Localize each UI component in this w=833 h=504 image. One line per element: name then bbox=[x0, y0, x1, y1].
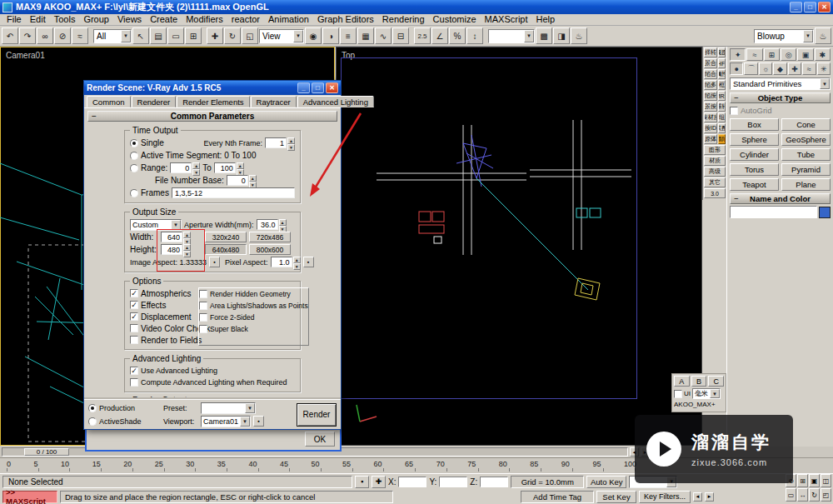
tab-display-icon[interactable]: ▣ bbox=[797, 48, 813, 61]
dialog-close-button[interactable]: ✕ bbox=[326, 82, 338, 93]
maximize-viewport-icon[interactable]: ◰ bbox=[821, 488, 831, 502]
key-filters-button[interactable]: Key Filters... bbox=[639, 491, 691, 503]
script-button[interactable]: 维转 bbox=[718, 102, 726, 112]
ui-checkbox[interactable] bbox=[674, 390, 682, 398]
window-crossing-icon[interactable]: ⊞ bbox=[185, 27, 202, 44]
spin-up-icon[interactable]: ▲ bbox=[279, 219, 287, 226]
selection-lock-icon[interactable]: ▪ bbox=[355, 476, 369, 488]
script-button[interactable]: 高级 bbox=[704, 167, 726, 177]
tab-create-icon[interactable]: ✦ bbox=[730, 48, 746, 61]
range-to-spinner[interactable]: 100▲▼ bbox=[214, 162, 244, 173]
object-name-field[interactable] bbox=[730, 206, 817, 218]
x-coordinate-field[interactable] bbox=[398, 477, 426, 487]
tab-advanced-lighting[interactable]: Advanced Lighting bbox=[297, 96, 374, 107]
spin-up-icon[interactable]: ▲ bbox=[183, 244, 191, 251]
menu-views[interactable]: Views bbox=[113, 14, 146, 25]
every-nth-spinner[interactable]: 1▲▼ bbox=[265, 137, 295, 148]
primitive-torus-button[interactable]: Torus bbox=[730, 163, 779, 176]
production-radio[interactable] bbox=[88, 404, 97, 412]
aperture-value[interactable]: 36.0 bbox=[257, 219, 278, 230]
script-button[interactable]: 组 bbox=[718, 112, 726, 122]
angle-snap-icon[interactable]: ∠ bbox=[431, 27, 448, 44]
spin-up-icon[interactable]: ▲ bbox=[183, 232, 191, 238]
pixel-aspect-spinner[interactable]: 1.0▲▼ bbox=[271, 257, 301, 267]
script-button[interactable]: 场景按组 bbox=[704, 102, 717, 112]
script-button[interactable]: 图形 bbox=[704, 145, 726, 155]
primitive-geosphere-button[interactable]: GeoSphere bbox=[781, 133, 831, 146]
menu-modifiers[interactable]: Modifiers bbox=[182, 14, 227, 25]
chevron-down-icon[interactable]: ▼ bbox=[803, 30, 813, 42]
named-selections-icon[interactable]: ▩ bbox=[536, 27, 552, 44]
spin-up-icon[interactable]: ▲ bbox=[237, 162, 244, 169]
spin-up-icon[interactable]: ▲ bbox=[192, 162, 200, 169]
res-800x600-button[interactable]: 800x600 bbox=[249, 244, 291, 255]
range-radio[interactable] bbox=[130, 164, 138, 172]
primitive-box-button[interactable]: Box bbox=[730, 118, 779, 131]
material-editor-icon[interactable]: ◨ bbox=[553, 27, 570, 44]
zoom-extents-icon[interactable]: ▣ bbox=[809, 474, 820, 487]
menu-graph-editors[interactable]: Graph Editors bbox=[313, 14, 378, 25]
primitive-plane-button[interactable]: Plane bbox=[781, 178, 831, 191]
res-720x486-button[interactable]: 720x486 bbox=[249, 232, 291, 242]
units-dropdown[interactable]: 毫米▼ bbox=[692, 388, 721, 399]
set-key-button[interactable]: Set Key bbox=[596, 491, 636, 503]
force-2-sided-checkbox[interactable] bbox=[199, 313, 207, 322]
res-640x480-button[interactable]: 640x480 bbox=[205, 244, 247, 255]
video-color-check-checkbox[interactable] bbox=[130, 324, 138, 332]
chevron-down-icon[interactable]: ▼ bbox=[121, 30, 131, 42]
script-button-active[interactable]: 塌陷 bbox=[718, 134, 726, 144]
script-button[interactable]: 塌陷合并 bbox=[704, 69, 717, 79]
primitive-sphere-button[interactable]: Sphere bbox=[730, 133, 779, 146]
spin-up-icon[interactable]: ▲ bbox=[293, 257, 301, 263]
pixel-aspect-value[interactable]: 1.0 bbox=[271, 257, 292, 267]
tab-renderer[interactable]: Renderer bbox=[132, 96, 177, 107]
render-region-rectangle[interactable] bbox=[341, 57, 637, 399]
snaps-toggle-icon[interactable]: 2.5 bbox=[414, 27, 431, 44]
spin-up-icon[interactable]: ▲ bbox=[249, 175, 257, 182]
spin-down-icon[interactable]: ▼ bbox=[192, 169, 200, 176]
script-button[interactable]: 场景合并 bbox=[704, 58, 717, 68]
close-button[interactable]: ✕ bbox=[818, 2, 831, 12]
activeshade-radio[interactable] bbox=[88, 417, 97, 426]
selection-region-icon[interactable]: ▭ bbox=[167, 27, 184, 44]
menu-reactor[interactable]: reactor bbox=[227, 14, 264, 25]
category-spacewarps-icon[interactable]: ≈ bbox=[802, 62, 816, 75]
dialog-titlebar[interactable]: Render Scene: V-Ray Adv 1.5 RC5 _ □ ✕ bbox=[84, 81, 341, 95]
select-and-link-icon[interactable]: ∞ bbox=[37, 27, 53, 44]
maxscript-listener[interactable]: >> MAXScript bbox=[2, 491, 57, 503]
spinner-snap-icon[interactable]: ↕ bbox=[466, 27, 483, 44]
menu-group[interactable]: Group bbox=[79, 14, 113, 25]
image-aspect-lock-icon[interactable]: ▪ bbox=[209, 257, 220, 267]
script-button[interactable]: 选择转换 bbox=[704, 47, 717, 57]
chevron-down-icon[interactable]: ▼ bbox=[710, 389, 720, 398]
range-from-value[interactable]: 0 bbox=[170, 162, 192, 173]
object-type-rollout[interactable]: −Object Type bbox=[730, 92, 831, 103]
tab-hierarchy-icon[interactable]: ⊞ bbox=[764, 48, 780, 61]
use-center-icon[interactable]: ◉ bbox=[305, 27, 322, 44]
script-button[interactable]: 3.0 bbox=[704, 188, 726, 198]
spin-down-icon[interactable]: ▼ bbox=[293, 263, 301, 270]
tab-motion-icon[interactable]: ◎ bbox=[781, 48, 796, 61]
range-from-spinner[interactable]: 0▲▼ bbox=[170, 162, 200, 173]
redo-icon[interactable]: ↷ bbox=[19, 27, 36, 44]
spin-down-icon[interactable]: ▼ bbox=[287, 144, 295, 151]
tab-common[interactable]: Common bbox=[87, 96, 131, 107]
script-button[interactable]: 装配 bbox=[718, 123, 726, 133]
select-scale-icon[interactable]: ◱ bbox=[242, 27, 258, 44]
time-slider-handle[interactable]: 0 / 100 bbox=[24, 448, 69, 456]
script-button[interactable]: HFI bbox=[718, 58, 726, 68]
undo-icon[interactable]: ↶ bbox=[2, 27, 18, 44]
render-type-dropdown[interactable]: Blowup▼ bbox=[754, 29, 814, 43]
primitive-cone-button[interactable]: Cone bbox=[781, 118, 831, 131]
spin-down-icon[interactable]: ▼ bbox=[183, 251, 191, 257]
y-coordinate-field[interactable] bbox=[439, 477, 467, 487]
category-helpers-icon[interactable]: ✚ bbox=[788, 62, 801, 75]
zoom-region-icon[interactable]: ▭ bbox=[786, 488, 796, 502]
unlink-selection-icon[interactable]: ⊘ bbox=[54, 27, 71, 44]
width-value[interactable]: 640 bbox=[161, 232, 182, 242]
frames-input[interactable]: 1,3,5-12 bbox=[172, 187, 295, 198]
height-spinner[interactable]: 480▲▼ bbox=[161, 244, 191, 255]
dialog-minimize-button[interactable]: _ bbox=[297, 82, 310, 93]
single-radio[interactable] bbox=[130, 139, 138, 147]
script-button[interactable]: 材质 bbox=[704, 156, 726, 166]
